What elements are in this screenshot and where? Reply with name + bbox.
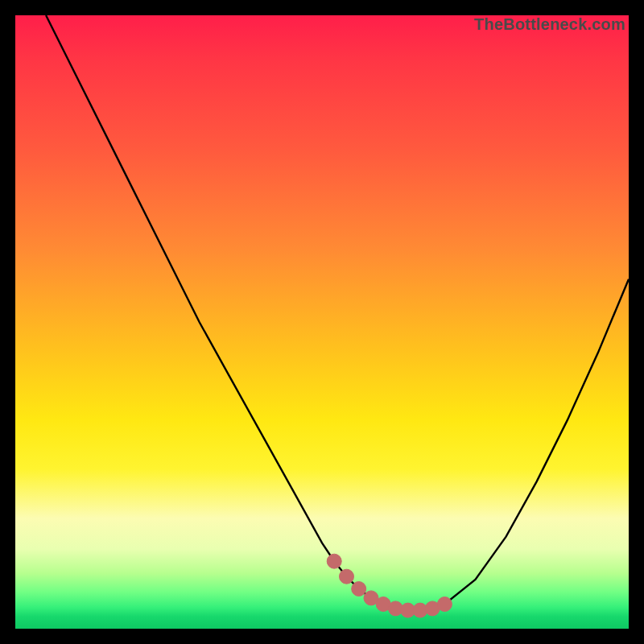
bottleneck-curve-path — [46, 15, 629, 610]
marker-dot — [327, 554, 341, 568]
chart-frame: TheBottleneck.com — [0, 0, 644, 644]
marker-dot — [340, 569, 354, 584]
bottleneck-curve-svg — [15, 15, 629, 629]
marker-dot — [352, 582, 366, 597]
flat-region-markers — [327, 554, 452, 617]
plot-area: TheBottleneck.com — [15, 15, 629, 629]
marker-dot — [437, 597, 452, 612]
